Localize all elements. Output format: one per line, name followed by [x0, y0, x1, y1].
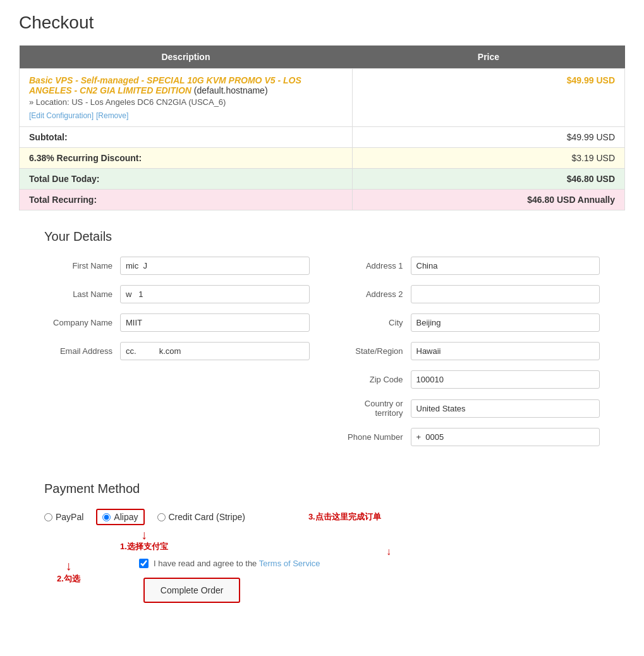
phone-input[interactable]	[411, 428, 600, 446]
total-today-label: Total Due Today:	[20, 169, 353, 190]
terms-row: I have read and agree to the Terms of Se…	[139, 559, 600, 568]
complete-order-button[interactable]: Complete Order	[143, 578, 241, 603]
phone-label: Phone Number	[335, 432, 411, 442]
zip-input[interactable]	[411, 370, 600, 389]
total-recurring-label: Total Recurring:	[20, 190, 353, 210]
last-name-input[interactable]	[120, 285, 310, 303]
subtotal-label: Subtotal:	[20, 127, 353, 148]
remove-link[interactable]: [Remove]	[96, 111, 128, 120]
paypal-option[interactable]: PayPal	[44, 512, 83, 522]
payment-heading: Payment Method	[44, 482, 600, 496]
email-label: Email Address	[44, 346, 120, 356]
address1-label: Address 1	[335, 261, 411, 270]
city-input[interactable]	[411, 313, 600, 332]
discount-amount: $3.19 USD	[352, 148, 624, 169]
total-today-amount: $46.80 USD	[352, 169, 624, 190]
total-recurring-row: Total Recurring: $46.80 USD Annually	[20, 190, 625, 210]
form-right-col: Address 1 Address 2 City State/Region Zi…	[335, 257, 600, 456]
total-recurring-amount: $46.80 USD Annually	[352, 190, 624, 210]
step2-annotation: 2.勾选	[57, 573, 80, 585]
order-table: Description Price Basic VPS - Self-manag…	[19, 46, 625, 210]
paypal-label: PayPal	[56, 512, 83, 522]
total-today-row: Total Due Today: $46.80 USD	[20, 169, 625, 190]
alipay-option[interactable]: Alipay	[96, 509, 144, 525]
product-name-italic: Basic VPS - Self-managed	[29, 75, 139, 85]
form-left-col: First Name Last Name Company Name Email …	[44, 257, 310, 456]
product-row: Basic VPS - Self-managed - SPECIAL 10G K…	[20, 69, 625, 127]
creditcard-radio[interactable]	[157, 513, 166, 521]
creditcard-option[interactable]: Credit Card (Stripe)	[157, 512, 245, 522]
phone-row: Phone Number	[335, 428, 600, 446]
payment-options: PayPal Alipay Credit Card (Stripe) 3.点击这…	[44, 509, 600, 525]
terms-text: I have read and agree to the Terms of Se…	[154, 559, 320, 568]
city-label: City	[335, 318, 411, 327]
first-name-row: First Name	[44, 257, 310, 275]
your-details-section: Your Details First Name Last Name Compan…	[19, 229, 625, 456]
first-name-input[interactable]	[120, 257, 310, 275]
address2-input[interactable]	[411, 285, 600, 303]
table-header-price: Price	[352, 46, 624, 69]
company-input[interactable]	[120, 313, 310, 332]
last-name-label: Last Name	[44, 289, 120, 299]
first-name-label: First Name	[44, 261, 120, 270]
address1-input[interactable]	[411, 257, 600, 275]
city-row: City	[335, 313, 600, 332]
payment-section: Payment Method PayPal Alipay Credit Card…	[19, 482, 625, 603]
zip-label: Zip Code	[335, 375, 411, 384]
country-label: Country or territory	[335, 399, 411, 418]
alipay-label: Alipay	[114, 512, 138, 522]
product-hostname: (default.hostname)	[194, 85, 268, 95]
discount-label: 6.38% Recurring Discount:	[20, 148, 353, 169]
arrow-down-2: ↓	[65, 559, 71, 573]
product-price: $49.99 USD	[567, 75, 615, 85]
email-row: Email Address	[44, 342, 310, 360]
company-label: Company Name	[44, 318, 120, 327]
email-input[interactable]	[120, 342, 310, 360]
step3-annotation: 3.点击这里完成订单	[308, 511, 381, 523]
subtotal-amount: $49.99 USD	[352, 127, 624, 148]
discount-row: 6.38% Recurring Discount: $3.19 USD	[20, 148, 625, 169]
state-input[interactable]	[411, 342, 600, 360]
step1-annotation: 1.选择支付宝	[120, 541, 168, 552]
country-input[interactable]	[411, 399, 600, 418]
product-location: » Location: US - Los Angeles DC6 CN2GIA …	[29, 97, 343, 107]
page-title: Checkout	[19, 13, 625, 33]
terms-checkbox[interactable]	[139, 559, 149, 568]
last-name-row: Last Name	[44, 285, 310, 303]
terms-link[interactable]: Terms of Service	[259, 559, 320, 568]
state-label: State/Region	[335, 346, 411, 356]
zip-row: Zip Code	[335, 370, 600, 389]
arrow-down-1: ↓	[141, 528, 147, 541]
alipay-radio[interactable]	[102, 513, 111, 521]
table-header-description: Description	[20, 46, 353, 69]
company-row: Company Name	[44, 313, 310, 332]
creditcard-label: Credit Card (Stripe)	[169, 512, 245, 522]
edit-config-link[interactable]: [Edit Configuration]	[29, 111, 94, 120]
your-details-heading: Your Details	[44, 229, 600, 244]
country-row: Country or territory	[335, 399, 600, 418]
paypal-radio[interactable]	[44, 513, 52, 521]
address2-row: Address 2	[335, 285, 600, 303]
address1-row: Address 1	[335, 257, 600, 275]
state-row: State/Region	[335, 342, 600, 360]
subtotal-row: Subtotal: $49.99 USD	[20, 127, 625, 148]
address2-label: Address 2	[335, 289, 411, 299]
